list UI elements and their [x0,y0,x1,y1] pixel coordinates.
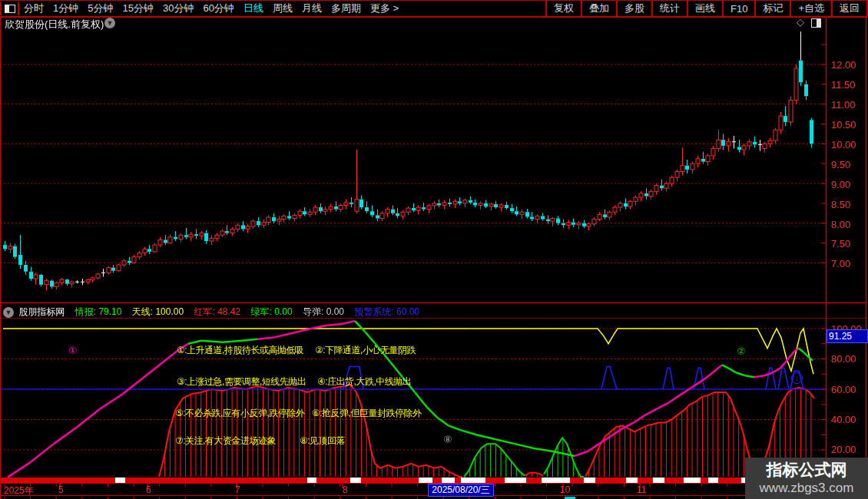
price-label: 9.50 [831,159,850,170]
diamond-icon[interactable]: ◇ [797,16,804,28]
indicator-scale-label: 60.00 [831,384,856,395]
button-huaxian[interactable]: 画线 [687,1,722,16]
indicator-scale-label: 80.00 [831,353,856,365]
axis-year-label: 2025年 [4,484,34,497]
axis-month-label: 7 [235,484,240,495]
pane-split-icon[interactable] [811,18,821,28]
price-label: 8.00 [831,219,850,230]
axis-month-label: 6 [146,484,151,495]
axis-month-label: 10 [560,484,570,495]
annotation-2: ②:下降通道,小心无量阴跌 [315,344,416,357]
annotation-8: ⑧:见顶回落 [300,435,345,448]
price-label: 11.00 [831,99,856,111]
split-window-icon[interactable] [0,2,19,15]
field-yujing: 预警系统: 60.00 [354,306,419,317]
field-qingbao: 情报: 79.10 [75,306,122,317]
marker-8-icon: ⑧ [443,434,452,445]
field-hongjun: 红军: 48.42 [194,306,240,317]
annotation-6: ⑥:抢反弹,但巨量封跌停除外 [312,407,421,420]
tab-60min[interactable]: 60分钟 [203,2,234,15]
price-label: 10.00 [831,139,856,150]
price-label: 10.50 [831,119,856,131]
annotation-5: ⑤:不必杀跌,应有小反弹,跌停除外 [175,407,304,420]
marker-2-icon: ② [737,345,746,357]
marker-1-icon: ① [68,345,78,356]
tab-30min[interactable]: 30分钟 [163,2,194,15]
button-biaoji[interactable]: 标记 [754,1,790,16]
tab-5min[interactable]: 5分钟 [88,2,113,15]
tab-daily[interactable]: 日线 [244,2,263,15]
price-label: 11.50 [831,79,856,91]
chevron-down-icon[interactable]: ▼ [104,18,115,28]
selected-date-badge: 2025/08/20/三 [428,484,494,497]
top-toolbar: 分时 1分钟 5分钟 15分钟 30分钟 60分钟 日线 周线 月线 多周期 更… [0,0,868,18]
toolbar-right-group: 复权 叠加 多股 统计 画线 F10 标记 +自选 返回 [545,1,868,16]
button-add-watchlist[interactable]: +自选 [790,1,831,16]
button-duogu[interactable]: 多股 [616,1,651,16]
button-tongji[interactable]: 统计 [651,1,687,16]
tab-fenshi[interactable]: 分时 [24,2,44,15]
field-tianxian: 天线: 100.00 [132,306,184,317]
field-daodan: 导弹: 0.00 [303,306,344,317]
price-label: 9.00 [831,179,850,190]
button-back[interactable]: 返回 [831,1,868,16]
chevron-down-icon[interactable]: ▼ [3,307,14,318]
button-diejia[interactable]: 叠加 [581,1,616,16]
indicator-source: 股朋指标网 [18,306,65,317]
price-label: 7.50 [831,238,850,250]
watermark-url: www.zbgs3.com [745,481,868,496]
annotation-1: ①:上升通道,持股待长或高抛低吸 [177,344,303,357]
button-fuquan[interactable]: 复权 [545,1,581,16]
annotation-7: ⑦:关注,有大资金进场迹象 [175,435,276,448]
axis-month-label: 8 [343,484,348,495]
page-title: 欣贺股份(日线.前复权) [5,18,104,31]
tab-1min[interactable]: 1分钟 [53,2,78,15]
watermark: 指标公式网 www.zbgs3.com [745,458,868,499]
tab-monthly[interactable]: 月线 [302,2,322,15]
axis-month-label: 11 [637,484,646,495]
annotation-3: ③:上涨过急,需要调整,短线先抛出 [177,375,306,388]
field-lvjun: 绿军: 0.00 [251,306,293,317]
button-f10[interactable]: F10 [722,1,754,16]
axis-month-label: 5 [58,484,64,495]
tab-15min[interactable]: 15分钟 [122,2,153,15]
last-value-badge: 91.25 [827,329,868,343]
price-label: 7.00 [831,258,850,269]
indicator-scale-label: 40.00 [831,414,856,425]
chart-canvas[interactable] [0,0,868,499]
price-label: 8.50 [831,199,850,210]
tab-multiperiod[interactable]: 多周期 [331,2,361,15]
tab-more[interactable]: 更多 > [370,2,399,15]
annotation-4: ④:庄出货,大跌,中线抛出 [317,375,411,388]
trading-app-window: { "toolbar": { "left": [ {"label":"分时","… [0,0,868,499]
indicator-header: ▼ 股朋指标网 情报: 79.10 天线: 100.00 红军: 48.42 绿… [3,306,419,319]
down-arrow-marker-icon: ↓ [791,372,803,384]
tab-weekly[interactable]: 周线 [273,2,293,15]
watermark-title: 指标公式网 [745,459,868,481]
price-label: 12.00 [831,59,856,71]
indicator-scale-label: 20.00 [831,444,856,455]
